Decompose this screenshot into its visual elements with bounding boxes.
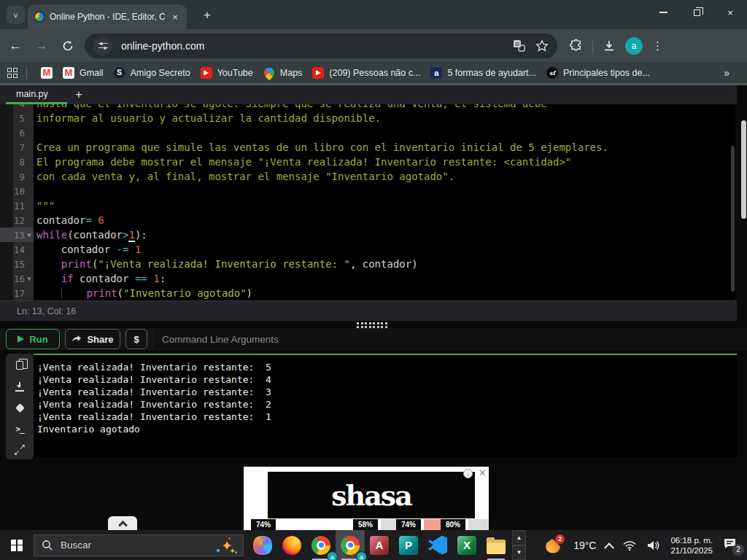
ad-discount-chip[interactable]: 74% xyxy=(251,519,276,530)
code-line[interactable]: 11""" xyxy=(0,198,735,213)
tab-list-chevron-icon[interactable]: ˅ xyxy=(7,6,25,24)
taskbar-app-folder[interactable] xyxy=(481,530,511,560)
new-tab-button[interactable]: + xyxy=(198,7,216,24)
bookmark-star-icon[interactable] xyxy=(535,39,549,52)
code-token: ( xyxy=(117,287,123,299)
ad-discount-chip[interactable]: 74% xyxy=(396,519,421,530)
interactive-console-icon[interactable]: >_ xyxy=(13,423,26,435)
line-number: 9 xyxy=(19,171,25,182)
file-tab-mainpy[interactable]: main.py xyxy=(6,85,67,104)
browser-menu-icon[interactable]: ⋮ xyxy=(652,44,662,47)
tab-close-icon[interactable]: × xyxy=(169,12,181,23)
bookmark-item[interactable]: ▶YouTube xyxy=(196,67,258,79)
forward-button[interactable]: → xyxy=(31,35,53,57)
taskbar-app-firefox[interactable] xyxy=(277,530,306,560)
apps-grid-icon[interactable] xyxy=(7,68,18,78)
code-line[interactable]: 8El programa debe mostrar el mensaje "¡V… xyxy=(0,155,735,169)
bookmark-item[interactable]: MGmail xyxy=(58,67,109,79)
extensions-icon[interactable] xyxy=(569,39,583,52)
bookmark-item[interactable]: M xyxy=(36,67,58,79)
taskbar-app-access[interactable]: A xyxy=(365,530,394,560)
fold-arrow-icon[interactable]: ▼ xyxy=(25,232,34,238)
wifi-icon[interactable] xyxy=(622,540,637,551)
temperature[interactable]: 19°C xyxy=(573,540,596,551)
code-line[interactable]: 15 print("¡Venta realizada! Inventario r… xyxy=(0,257,735,271)
address-bar[interactable]: online-python.com G xyxy=(85,34,557,58)
bookmark-item[interactable]: ▶(209) Pessoas não c... xyxy=(307,67,425,79)
taskbar-app-copilot[interactable] xyxy=(248,530,277,560)
shell-button[interactable]: $ xyxy=(125,329,147,349)
ad-close-icon[interactable]: ✕ xyxy=(479,467,487,478)
line-number: 5 xyxy=(19,113,25,124)
browser-tab[interactable]: Online Python - IDE, Editor, Con × xyxy=(28,4,187,29)
restore-button[interactable] xyxy=(680,0,713,25)
taskbar-app-chrome[interactable]: a xyxy=(336,530,365,560)
code-line[interactable]: 7Crea un programa que simule las ventas … xyxy=(0,140,735,155)
code-line[interactable]: 9con cada venta y, al final, mostrar el … xyxy=(0,169,735,184)
code-line[interactable]: 10 xyxy=(0,184,735,198)
copy-output-icon[interactable] xyxy=(13,359,26,371)
download-output-icon[interactable] xyxy=(13,381,26,392)
gmail-icon: M xyxy=(41,67,53,79)
run-button[interactable]: Run xyxy=(6,329,60,349)
taskbar-scroll-down[interactable]: ▼ xyxy=(512,545,526,560)
editor-scrollbar[interactable] xyxy=(731,146,735,292)
code-line[interactable]: 14 contador -= 1 xyxy=(0,242,735,257)
notification-center[interactable]: 2 xyxy=(722,537,741,554)
code-token: 6 xyxy=(98,214,104,226)
volume-icon[interactable] xyxy=(646,540,661,551)
share-button[interactable]: Share xyxy=(65,329,120,349)
code-line[interactable]: 16▼ if contador == 1: xyxy=(0,271,735,286)
bookmark-item[interactable]: a5 formas de ayudart... xyxy=(425,67,541,79)
expand-console-icon[interactable]: ↗↙ xyxy=(13,444,26,456)
code-line[interactable]: 12contador= 6 xyxy=(0,213,735,228)
site-settings-icon[interactable] xyxy=(93,36,112,55)
search-input[interactable] xyxy=(61,540,209,551)
code-line[interactable]: 13▼while(contador>1): xyxy=(0,228,735,242)
line-number: 16 xyxy=(14,273,25,284)
taskbar-scroll-up[interactable]: ▲ xyxy=(512,530,526,545)
taskbar-app-vscode[interactable] xyxy=(423,530,452,560)
taskbar-app-publisher[interactable]: P xyxy=(394,530,423,560)
ad-image[interactable]: shasa xyxy=(268,472,475,518)
ad-banner[interactable]: shasa i ✕ 74%58%74%80% xyxy=(244,467,489,530)
taskbar-search[interactable]: ✦✦ xyxy=(34,534,244,556)
reload-button[interactable] xyxy=(57,35,79,57)
fold-arrow-icon[interactable]: ▼ xyxy=(25,276,34,282)
ad-info-icon[interactable]: i xyxy=(463,469,473,478)
cursor-position: Ln: 13, Col: 16 xyxy=(17,306,76,316)
output-console[interactable]: ¡Venta realizada! Inventario restante: 5… xyxy=(34,354,737,457)
bookmarks-overflow-icon[interactable]: » xyxy=(724,67,740,79)
code-editor[interactable]: 4hasta que el inventario se agote. Siemp… xyxy=(0,85,735,300)
bookmark-item[interactable]: sfPrincipales tipos de... xyxy=(541,67,655,79)
clear-output-icon[interactable] xyxy=(13,402,26,413)
code-line[interactable]: 6 xyxy=(0,125,735,140)
clock[interactable]: 06:18 p. m. 21/10/2025 xyxy=(670,535,713,556)
translate-icon[interactable]: G xyxy=(513,39,525,52)
ad-collapse-button[interactable] xyxy=(108,516,137,530)
ad-discount-chip[interactable]: 58% xyxy=(353,519,378,530)
code-line[interactable]: 5informar al usuario y actualizar la can… xyxy=(0,111,735,125)
search-highlights-icon[interactable]: ✦✦ xyxy=(217,537,236,553)
add-file-button[interactable]: + xyxy=(70,85,88,104)
line-number-cell: 6 xyxy=(0,125,34,140)
taskbar-app-chrome[interactable]: a xyxy=(306,530,336,560)
bookmark-item[interactable]: Maps xyxy=(258,67,308,79)
bookmark-item[interactable]: SAmigo Secreto xyxy=(109,67,196,79)
back-button[interactable]: ← xyxy=(4,35,26,57)
page-scrollbar[interactable] xyxy=(741,120,746,219)
ad-discount-chip[interactable]: 80% xyxy=(441,519,465,530)
resize-handle[interactable] xyxy=(357,322,388,328)
bookmark-label: (209) Pessoas não c... xyxy=(329,68,420,78)
taskbar-app-excel[interactable]: X xyxy=(452,530,481,560)
cli-arguments-input[interactable] xyxy=(155,329,747,349)
tray-overflow-chevron-icon[interactable] xyxy=(604,542,614,553)
code-line[interactable]: 17 print("Inventario agotado") xyxy=(0,286,735,300)
ad-product-thumb[interactable] xyxy=(468,519,489,530)
minimize-button[interactable] xyxy=(646,0,680,25)
weather-widget[interactable]: 2 xyxy=(545,536,564,555)
start-button[interactable] xyxy=(0,530,34,560)
downloads-icon[interactable] xyxy=(603,39,616,52)
close-button[interactable]: × xyxy=(713,0,747,25)
profile-avatar[interactable]: a xyxy=(625,37,643,55)
